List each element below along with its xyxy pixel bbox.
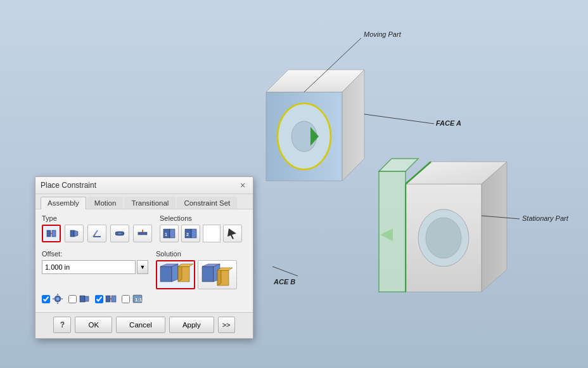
svg-rect-60 — [85, 296, 89, 301]
svg-rect-25 — [47, 230, 51, 237]
predict-offset-checkbox[interactable] — [42, 295, 50, 303]
svg-marker-6 — [310, 127, 319, 146]
expand-button[interactable]: >> — [218, 317, 235, 333]
dialog-body: Type — [35, 209, 253, 312]
selections-label: Selections — [160, 214, 246, 222]
svg-marker-46 — [178, 264, 193, 266]
type-label: Type — [42, 214, 152, 222]
cancel-button[interactable]: Cancel — [116, 317, 165, 333]
ok-button[interactable]: OK — [75, 317, 112, 333]
svg-rect-31 — [117, 232, 122, 235]
svg-marker-20 — [379, 159, 418, 171]
apply-button[interactable]: Apply — [169, 317, 214, 333]
selection-spacer — [203, 225, 220, 242]
flush-constraint-button[interactable] — [65, 225, 84, 242]
tab-assembly[interactable]: Assembly — [41, 197, 86, 209]
svg-marker-2 — [266, 70, 364, 92]
svg-text:2: 2 — [186, 232, 189, 237]
offset-label: Offset: — [42, 250, 148, 258]
svg-marker-1 — [266, 92, 342, 181]
tab-constraint-set[interactable]: Constraint Set — [177, 197, 237, 209]
solution-label: Solution — [156, 250, 246, 258]
svg-text:1:1: 1:1 — [135, 297, 143, 303]
svg-line-9 — [364, 114, 434, 124]
tab-transitional[interactable]: Transitional — [124, 197, 176, 209]
selection-1-button[interactable]: 1 — [160, 225, 179, 242]
solution-2-button[interactable] — [198, 260, 237, 289]
offset-solution-row: Offset: ▼ Solution — [42, 250, 246, 289]
extra-checkbox[interactable] — [122, 295, 130, 303]
svg-marker-12 — [406, 162, 507, 184]
svg-line-29 — [93, 230, 98, 237]
svg-point-14 — [418, 209, 469, 266]
dialog-tabs: Assembly Motion Transitional Constraint … — [35, 194, 253, 209]
svg-rect-26 — [52, 230, 56, 237]
type-buttons-row — [42, 225, 152, 242]
svg-rect-35 — [170, 229, 175, 238]
predict-offset-checkbox-group[interactable] — [42, 293, 63, 305]
svg-marker-13 — [482, 162, 507, 292]
show-preview-checkbox[interactable] — [68, 295, 77, 303]
offset-input-row: ▼ — [42, 260, 148, 274]
svg-marker-42 — [172, 264, 178, 282]
svg-rect-32 — [138, 232, 147, 235]
selections-row: 1 2 — [160, 225, 246, 242]
svg-text:FACE A: FACE A — [436, 119, 461, 127]
solution-buttons-row — [156, 260, 246, 289]
solution-1-button[interactable] — [156, 260, 195, 289]
svg-rect-59 — [80, 296, 85, 302]
selection-2-button[interactable]: 2 — [181, 225, 200, 242]
svg-marker-40 — [227, 228, 236, 239]
check-box-extra[interactable]: 1:1 — [122, 293, 143, 305]
svg-text:1: 1 — [165, 232, 167, 237]
pick-button[interactable] — [223, 225, 242, 242]
help-button[interactable]: ? — [53, 317, 71, 333]
svg-line-17 — [406, 162, 431, 184]
svg-text:Moving Part: Moving Part — [364, 30, 402, 38]
svg-line-21 — [482, 216, 520, 219]
offset-dropdown-button[interactable]: ▼ — [137, 260, 148, 274]
svg-marker-18 — [380, 228, 393, 241]
svg-point-5 — [291, 121, 317, 152]
tangent-constraint-button[interactable] — [110, 225, 129, 242]
svg-line-23 — [272, 266, 298, 276]
offset-col: Offset: ▼ — [42, 250, 148, 289]
isolate-checkbox-group[interactable] — [95, 293, 117, 305]
svg-marker-19 — [379, 171, 406, 292]
svg-marker-11 — [406, 184, 482, 292]
close-button[interactable]: × — [238, 180, 248, 190]
dialog-title: Place Constraint — [41, 181, 96, 190]
dialog-titlebar: Place Constraint × — [35, 177, 253, 194]
tab-motion[interactable]: Motion — [87, 197, 124, 209]
svg-marker-3 — [342, 70, 364, 181]
isolate-checkbox[interactable] — [95, 295, 103, 303]
insert-constraint-button[interactable] — [133, 225, 152, 242]
main-content-row: Type — [42, 214, 246, 246]
svg-line-7 — [304, 38, 361, 92]
mate-constraint-button[interactable] — [42, 225, 61, 242]
selections-col: Selections 1 — [160, 214, 246, 246]
svg-rect-61 — [106, 296, 110, 302]
dialog-footer: ? OK Cancel Apply >> — [35, 312, 253, 338]
place-constraint-dialog: Place Constraint × Assembly Motion Trans… — [35, 176, 253, 339]
offset-input[interactable] — [42, 260, 136, 274]
svg-point-54 — [56, 298, 60, 301]
svg-point-15 — [426, 218, 461, 258]
svg-point-4 — [278, 103, 331, 169]
svg-text:ACE B: ACE B — [273, 278, 295, 286]
svg-text:Stationary Part: Stationary Part — [522, 214, 569, 222]
checkbox-row: 1:1 — [42, 293, 246, 305]
type-col: Type — [42, 214, 152, 246]
svg-rect-62 — [112, 296, 116, 302]
svg-marker-41 — [160, 266, 172, 282]
angle-constraint-button[interactable] — [87, 225, 106, 242]
solution-col: Solution — [156, 250, 246, 289]
svg-rect-38 — [191, 229, 196, 238]
show-preview-checkbox-group[interactable] — [68, 293, 90, 305]
svg-marker-47 — [202, 266, 214, 282]
